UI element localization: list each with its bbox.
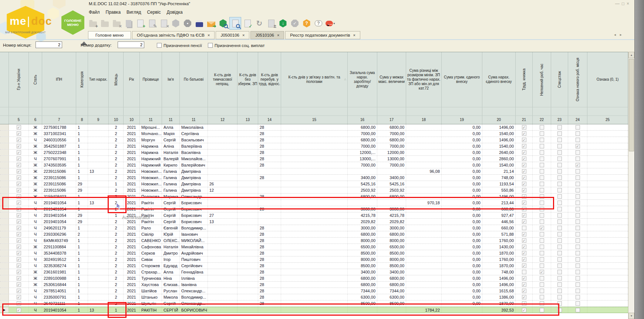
cell-total-income[interactable]: 6800,00 — [348, 137, 377, 143]
special-exp-checkbox[interactable] — [557, 257, 562, 262]
special-exp-checkbox[interactable] — [557, 163, 562, 167]
table-row[interactable]: ✓Ч2496201179122021РалоЄвгенійВолодимир..… — [0, 225, 628, 231]
cell-special-exp[interactable] — [551, 256, 568, 262]
cell-category[interactable]: 1 — [76, 238, 88, 244]
cell-accrual-type[interactable] — [88, 162, 109, 168]
cell-labor-book[interactable]: ✓ — [516, 200, 533, 206]
tab-J0510106[interactable]: J0510106× — [250, 31, 284, 39]
cell-total-income[interactable]: 4215,78 — [348, 212, 377, 218]
cell-flag[interactable] — [587, 187, 628, 193]
cell-surname[interactable]: Новожил... — [140, 168, 162, 174]
cell-days-sick[interactable] — [208, 131, 237, 137]
cell-special-exp[interactable] — [551, 212, 568, 218]
cell-gender[interactable]: Ж — [29, 187, 42, 193]
cell-gender[interactable]: Ч — [29, 300, 42, 306]
cell-flag[interactable] — [587, 150, 628, 155]
cell-days-sick[interactable] — [208, 288, 237, 294]
cell-days-maternity[interactable] — [281, 219, 348, 225]
add-record-icon[interactable]: + — [135, 17, 146, 29]
cell-ipn[interactable]: 2275901788 — [42, 124, 76, 130]
cell-sum-diff[interactable] — [406, 269, 442, 275]
cell-days-maternity[interactable] — [281, 282, 348, 288]
cell-sum-diff[interactable] — [406, 181, 442, 187]
cell-accrual-type[interactable] — [88, 294, 109, 300]
labor-book-checkbox[interactable]: ✓ — [522, 207, 526, 211]
cell-surname[interactable]: Сторожев — [140, 263, 162, 269]
cell-sum-accrued[interactable]: 1760,00 — [482, 238, 516, 244]
cell-year[interactable]: 2021 — [124, 275, 140, 281]
labor-book-checkbox[interactable]: ✓ — [522, 169, 526, 174]
labor-book-checkbox[interactable]: ✓ — [522, 219, 526, 224]
cell-days-unpaid[interactable] — [237, 250, 258, 256]
cell-days-maternity[interactable] — [281, 150, 348, 155]
cell-days-unpaid[interactable] — [237, 288, 258, 294]
cell-gender[interactable]: Ч — [29, 219, 42, 225]
cell-part-time[interactable] — [533, 307, 551, 313]
cell-year[interactable]: 2021 — [124, 288, 140, 294]
col-header-days-unpaid[interactable]: К-сть днів без збереж. ЗП — [237, 52, 258, 107]
cell-days-sick[interactable] — [208, 124, 237, 130]
special-exp-checkbox[interactable] — [557, 308, 562, 312]
citizen-checkbox[interactable]: ✓ — [17, 213, 21, 218]
row-selector[interactable]: ▶ — [0, 307, 9, 313]
cell-citizen[interactable]: ✓ — [9, 212, 29, 218]
cell-new-workplace[interactable] — [568, 175, 587, 181]
cell-surname[interactable]: Нарижна — [140, 143, 162, 149]
cell-ipn[interactable]: 2019401054 — [42, 212, 76, 218]
cell-ipn[interactable]: 2239115086 — [42, 187, 76, 193]
cell-sum-accrued[interactable]: 213,44 — [482, 200, 516, 206]
cell-firstname[interactable]: Євгеній — [162, 225, 180, 231]
cell-labor-book[interactable]: ✓ — [516, 187, 533, 193]
cell-new-workplace[interactable] — [568, 187, 587, 193]
cell-sum-accrued[interactable]: 1386,00 — [482, 294, 516, 300]
cell-days-sick[interactable]: 12 — [208, 187, 237, 193]
part-time-checkbox[interactable] — [540, 257, 544, 262]
cell-surname[interactable]: Мірошні... — [140, 124, 162, 130]
col-header-sum-diff[interactable]: Сума різниці між розміром мінім. ЗП та ф… — [406, 52, 442, 107]
special-exp-checkbox[interactable] — [557, 295, 562, 299]
cell-accrual-type[interactable] — [88, 212, 109, 218]
cell-sum-diff[interactable] — [406, 275, 442, 281]
cell-special-exp[interactable] — [551, 307, 568, 313]
cell-ipn[interactable]: 2289100988 — [42, 275, 76, 281]
cell-ipn[interactable]: 2239115086 — [42, 168, 76, 174]
cell-firstname[interactable]: Сергій — [162, 206, 180, 212]
cell-special-exp[interactable] — [551, 250, 568, 256]
part-time-checkbox[interactable] — [540, 194, 544, 199]
cell-accrual-type[interactable] — [88, 181, 109, 187]
cell-new-workplace[interactable] — [568, 275, 587, 281]
cell-month[interactable]: 2 — [109, 150, 124, 155]
cell-sum-withheld[interactable]: 0,00 — [442, 219, 482, 225]
special-exp-checkbox[interactable] — [557, 207, 562, 211]
table-row[interactable]: ✓Ж2275901788122021Мірошні...АллаМиколаїв… — [0, 124, 628, 131]
cell-new-workplace[interactable]: ✓ — [568, 143, 587, 149]
cell-flag[interactable] — [587, 300, 628, 306]
citizen-checkbox[interactable]: ✓ — [17, 295, 21, 299]
cell-days-sick[interactable] — [208, 162, 237, 168]
cell-new-workplace[interactable] — [568, 300, 587, 306]
part-time-checkbox[interactable] — [540, 163, 544, 167]
cell-sum-diff[interactable] — [406, 244, 442, 250]
cell-sum-max[interactable] — [377, 200, 406, 206]
cell-days-employed[interactable]: 28 — [258, 194, 281, 199]
cell-year[interactable]: 2021 — [124, 168, 140, 174]
cell-gender[interactable]: Ч — [29, 212, 42, 218]
special-exp-checkbox[interactable] — [557, 157, 562, 161]
cell-ipn[interactable]: 3534408378 — [42, 250, 76, 256]
cell-special-exp[interactable] — [551, 162, 568, 168]
new-workplace-checkbox[interactable] — [576, 219, 580, 224]
cell-special-exp[interactable] — [551, 206, 568, 212]
cell-labor-book[interactable]: ✓ — [516, 219, 533, 225]
labor-book-checkbox[interactable]: ✓ — [522, 131, 526, 136]
cell-labor-book[interactable]: ✓ — [516, 244, 533, 250]
cell-labor-book[interactable]: ✓ — [516, 231, 533, 237]
cell-gender[interactable]: Ч — [29, 206, 42, 212]
cell-firstname[interactable]: Аліна — [162, 143, 180, 149]
cell-firstname[interactable]: Микола — [162, 294, 180, 300]
cell-sum-accrued[interactable]: 446,56 — [482, 219, 516, 225]
citizen-checkbox[interactable]: ✓ — [17, 125, 21, 130]
special-exp-checkbox[interactable] — [557, 194, 562, 199]
new-workplace-checkbox[interactable] — [576, 232, 580, 236]
cell-special-exp[interactable] — [551, 143, 568, 149]
cell-category[interactable]: 1 — [76, 137, 88, 143]
